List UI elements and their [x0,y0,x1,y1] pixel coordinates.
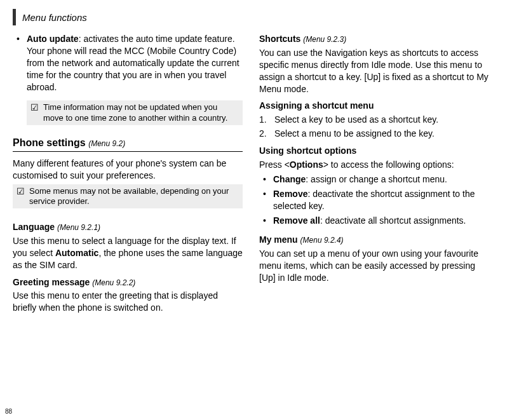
auto-update-bullet: • Auto update: activates the auto time u… [13,33,243,93]
note-service-provider: ☑ Some menus may not be available, depen… [13,184,243,209]
opt-change-label: Change [273,174,306,184]
language-bold: Automatic [55,248,98,258]
phone-settings-heading: Phone settings (Menu 9.2) [13,137,243,152]
page-header: Menu functions [13,9,492,25]
greeting-text: Use this menu to enter the greeting that… [13,290,243,314]
bullet-dot: • [13,33,27,93]
opt-change-desc: : assign or change a shortcut menu. [306,174,447,184]
opt-remove-text: Remove: deactivate the shortcut assignme… [273,188,489,212]
page-number: 88 [5,408,12,415]
opt-remove-all-desc: : deactivate all shortcut assignments. [320,215,466,226]
opt-change: • Change: assign or change a shortcut me… [259,173,489,186]
note-time-zone: ☑ Time information may not be updated wh… [27,100,243,125]
step-1: 1. Select a key to be used as a shortcut… [259,114,489,126]
press-post: > to access the following options: [323,159,454,170]
auto-update-text: Auto update: activates the auto time upd… [27,33,243,93]
language-heading: Language (Menu 9.2.1) [13,221,243,233]
phone-settings-intro: Many different features of your phone's … [13,158,243,182]
press-options-text: Press <Options> to access the following … [259,159,489,171]
assigning-heading: Assigning a shortcut menu [259,100,489,112]
content-columns: • Auto update: activates the auto time u… [13,33,492,314]
mymenu-text: You can set up a menu of your own using … [259,248,489,284]
language-menuref: (Menu 9.2.1) [57,223,100,232]
opt-remove-all-label: Remove all [273,215,320,226]
opt-remove: • Remove: deactivate the shortcut assign… [259,188,489,212]
language-text: Use this menu to select a language for t… [13,235,243,271]
check-icon: ☑ [30,102,43,123]
opt-change-text: Change: assign or change a shortcut menu… [273,173,489,186]
step-1-text: Select a key to be used as a shortcut ke… [274,114,438,126]
mymenu-title: My menu [259,234,298,245]
greeting-title: Greeting message [13,277,90,287]
column-right: Shortcuts (Menu 9.2.3) You can use the N… [259,33,489,314]
mymenu-menuref: (Menu 9.2.4) [300,236,344,245]
language-title: Language [13,222,55,232]
step-2: 2. Select a menu to be assigned to the k… [259,128,489,140]
note-time-zone-text: Time information may not be updated when… [43,102,239,123]
shortcuts-heading: Shortcuts (Menu 9.2.3) [259,33,489,45]
column-left: • Auto update: activates the auto time u… [13,33,243,314]
press-pre: Press < [259,159,290,170]
opt-remove-all: • Remove all: deactivate all shortcut as… [259,215,489,227]
opt-remove-label: Remove [273,189,307,199]
bullet-dot: • [259,215,273,227]
bullet-dot: • [259,173,273,186]
step-2-num: 2. [259,128,274,140]
bullet-dot: • [259,188,273,212]
using-shortcut-heading: Using shortcut options [259,145,489,157]
shortcuts-title: Shortcuts [259,34,300,44]
auto-update-label: Auto update [27,34,79,44]
mymenu-heading: My menu (Menu 9.2.4) [259,234,489,246]
header-accent-bar [13,9,16,25]
check-icon: ☑ [17,186,29,207]
phone-settings-menuref: (Menu 9.2) [88,139,125,148]
phone-settings-title: Phone settings [13,137,86,148]
shortcuts-menuref: (Menu 9.2.3) [303,35,346,44]
step-2-text: Select a menu to be assigned to the key. [274,128,434,140]
greeting-heading: Greeting message (Menu 9.2.2) [13,276,243,288]
press-bold: Options [290,159,323,170]
greeting-menuref: (Menu 9.2.2) [92,278,135,287]
header-title: Menu functions [22,12,87,23]
note-service-provider-text: Some menus may not be available, dependi… [29,186,239,207]
opt-remove-all-text: Remove all: deactivate all shortcut assi… [273,215,489,227]
step-1-num: 1. [259,114,274,126]
shortcuts-intro: You can use the Navigation keys as short… [259,47,489,95]
